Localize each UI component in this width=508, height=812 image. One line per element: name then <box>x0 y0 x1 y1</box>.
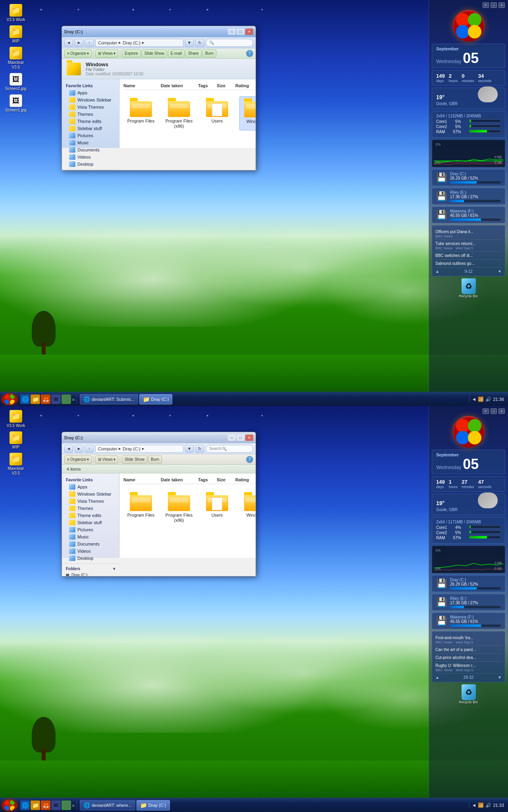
toolbar-burn-bottom[interactable]: Burn <box>148 456 162 463</box>
task-btn-dray[interactable]: 📁 Dray (C:) <box>139 394 173 404</box>
toolbar-views-bottom[interactable]: ⊞ Views ▾ <box>95 456 118 463</box>
news-prev-btn[interactable]: ▲ <box>435 269 439 274</box>
news-item-2[interactable]: Tube services returni... BBC News · Wed … <box>435 240 502 252</box>
task-btn-deviantart-b[interactable]: 🌐 deviantART: where... <box>80 800 135 810</box>
desktop-icon-maxclear-b[interactable]: 📁 Maxclear V3.5 <box>4 453 28 476</box>
news-item-2-b[interactable]: Can the art of a paed... <box>435 646 502 654</box>
file-item-windows-b[interactable]: Windows <box>239 490 256 525</box>
ql-ie-icon-b[interactable]: 🌐 <box>20 801 30 810</box>
ql-ie-icon[interactable]: 🌐 <box>20 395 30 404</box>
maximize-button-top[interactable]: □ <box>237 29 244 35</box>
col-header-tags[interactable]: Tags <box>198 83 217 88</box>
breadcrumb-dray[interactable]: Dray (C:) <box>123 40 140 45</box>
news-next-btn-b[interactable]: ▼ <box>498 675 502 680</box>
toolbar-organize-bottom[interactable]: ≡ Organize ▾ <box>64 456 92 463</box>
col-header-date-b[interactable]: Date taken <box>161 477 198 482</box>
col-header-tags-b[interactable]: Tags <box>198 477 217 482</box>
nav-item-pictures-b[interactable]: Pictures <box>62 526 119 533</box>
col-header-size[interactable]: Size <box>217 83 235 88</box>
ql-icon-4[interactable]: ✉ <box>51 395 61 404</box>
forward-button-bottom[interactable]: ► <box>75 445 83 453</box>
favorite-links-title[interactable]: Favorite Links <box>62 82 119 89</box>
search-box-top[interactable]: 🔍 <box>206 39 253 47</box>
sidebar-close-btn[interactable]: × <box>498 2 505 8</box>
news-next-btn[interactable]: ▼ <box>498 269 502 274</box>
start-button-bottom[interactable] <box>2 799 17 811</box>
refresh-btn-bottom[interactable]: ↻ <box>195 445 204 453</box>
ql-icon-3[interactable]: 🦊 <box>41 395 50 404</box>
nav-item-videos[interactable]: Videos <box>62 153 119 161</box>
tree-dray-b[interactable]: 💻 Dray (C:) <box>62 572 119 576</box>
nav-item-theme-edits-b[interactable]: Theme edits <box>62 512 119 519</box>
col-header-name[interactable]: Name <box>123 83 161 88</box>
news-item-1-b[interactable]: Foot-and-mouth 'tra... BBC News · Wed Se… <box>435 634 502 646</box>
back-button-top[interactable]: ◄ <box>64 39 73 47</box>
dropdown-btn-bottom[interactable]: ▼ <box>185 445 194 453</box>
toolbar-share-top[interactable]: Share <box>185 50 202 57</box>
refresh-btn-top[interactable]: ↻ <box>195 39 204 47</box>
sidebar-add-btn[interactable]: + <box>483 2 489 8</box>
file-item-users[interactable]: Users <box>201 96 233 130</box>
desktop-icon-maxclear[interactable]: 📁 Maxclear V3.5 <box>4 47 28 70</box>
breadcrumb-computer[interactable]: Computer <box>98 40 117 45</box>
breadcrumb-top[interactable]: Computer ▸ Dray (C:) ▸ <box>95 39 183 47</box>
breadcrumb-bottom[interactable]: Computer ▸ Dray (C:) ▸ <box>95 445 183 453</box>
breadcrumb-dray-b[interactable]: Dray (C:) <box>123 446 140 451</box>
minimize-button-bottom[interactable]: ─ <box>228 435 236 441</box>
help-button-top[interactable]: ? <box>246 50 253 57</box>
desktop-icon-wip[interactable]: 📁 WIP <box>4 25 28 44</box>
desktop-icon-v35work[interactable]: 📁 V3.5 Work <box>4 4 28 22</box>
nav-item-apps-b[interactable]: Apps <box>62 483 119 490</box>
news-item-3-b[interactable]: Cut-price alcohol dea... <box>435 654 502 662</box>
toolbar-explore-top[interactable]: Explore <box>122 50 141 57</box>
start-button-top[interactable] <box>2 393 17 405</box>
nav-item-windows-sidebar[interactable]: Windows Sidebar <box>62 96 119 103</box>
nav-item-videos-b[interactable]: Videos <box>62 548 119 555</box>
file-item-program-files-x86[interactable]: Program Files (x86) <box>163 96 195 130</box>
sidebar-min-btn[interactable]: – <box>491 2 497 8</box>
nav-item-sidebar-stuff-b[interactable]: Sidebar stuff <box>62 519 119 526</box>
quicklaunch-more-btn[interactable]: » <box>72 396 75 402</box>
systray-arrow-icon-b[interactable]: ◄ <box>472 802 477 808</box>
nav-item-vista-themes[interactable]: Vista Themes <box>62 103 119 111</box>
task-btn-deviantart[interactable]: 🌐 deviantART: Submis... <box>80 394 138 404</box>
col-header-size-b[interactable]: Size <box>217 477 235 482</box>
sidebar-close-btn-b[interactable]: × <box>498 408 505 414</box>
ql-icon-4-b[interactable]: ✉ <box>51 801 61 810</box>
toolbar-slideshow-top[interactable]: Slide Show <box>142 50 167 57</box>
ql-icon-3-b[interactable]: 🦊 <box>41 801 50 810</box>
file-item-program-files-x86-b[interactable]: Program Files (x86) <box>163 490 195 525</box>
systray-volume-icon-b[interactable]: 🔊 <box>485 802 491 808</box>
systray-volume-icon[interactable]: 🔊 <box>485 396 491 402</box>
toolbar-email-top[interactable]: E-mail <box>168 50 185 57</box>
col-header-date[interactable]: Date taken <box>161 83 198 88</box>
close-button-bottom[interactable]: ✕ <box>245 435 253 441</box>
nav-item-themes-b[interactable]: Themes <box>62 505 119 512</box>
nav-item-music-b[interactable]: Music <box>62 533 119 540</box>
nav-item-apps[interactable]: Apps <box>62 89 119 96</box>
desktop-icon-screen2[interactable]: 🖼 Screen2.jpg <box>4 73 28 91</box>
news-prev-btn-b[interactable]: ▲ <box>435 675 439 680</box>
back-button-bottom[interactable]: ◄ <box>64 445 73 453</box>
toolbar-organize-top[interactable]: ≡ Organize ▾ <box>64 50 92 57</box>
col-header-rating-b[interactable]: Rating <box>235 477 256 482</box>
search-box-bottom[interactable]: Search 🔍 <box>206 445 253 453</box>
file-item-users-b[interactable]: Users <box>201 490 233 525</box>
toolbar-burn-top[interactable]: Burn <box>202 50 216 57</box>
nav-item-sidebar-stuff[interactable]: Sidebar stuff <box>62 125 119 132</box>
up-button-top[interactable]: ↑ <box>85 39 94 47</box>
news-item-1[interactable]: Officers put Diana it... BBC News <box>435 228 502 240</box>
desktop-icon-wip-b[interactable]: 📁 WIP <box>4 431 28 450</box>
maximize-button-bottom[interactable]: □ <box>237 435 244 441</box>
help-button-bottom[interactable]: ? <box>246 456 253 463</box>
desktop-icon-v35work-b[interactable]: 📁 V3.5 Work <box>4 410 28 428</box>
file-item-program-files-b[interactable]: Program Files <box>125 490 157 525</box>
folders-expand-btn-bottom[interactable]: Folders ▾ <box>62 565 119 572</box>
nav-item-documents[interactable]: Documents <box>62 146 119 153</box>
close-button-top[interactable]: ✕ <box>245 29 253 35</box>
ql-folder-icon-b[interactable]: 📁 <box>31 801 40 810</box>
dropdown-btn-top[interactable]: ▼ <box>185 39 194 47</box>
file-item-windows[interactable]: Windows <box>239 96 256 130</box>
task-btn-dray-b[interactable]: 📁 Dray (C:) <box>137 800 170 810</box>
col-header-name-b[interactable]: Name <box>123 477 161 482</box>
